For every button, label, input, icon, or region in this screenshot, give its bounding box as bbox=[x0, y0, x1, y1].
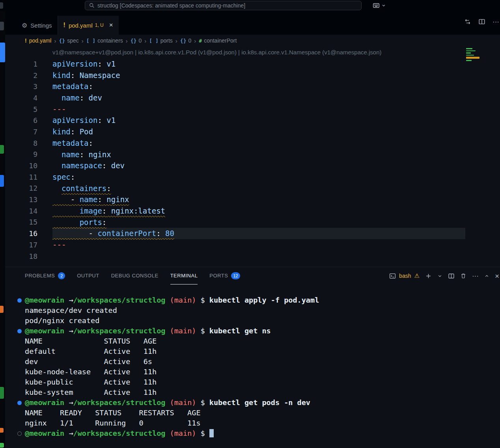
codespaces-menu[interactable] bbox=[373, 1, 386, 10]
tab-settings[interactable]: ⚙ Settings bbox=[16, 16, 58, 35]
code-line-12[interactable]: 12 containers: bbox=[5, 183, 465, 194]
minimap-line bbox=[466, 52, 471, 54]
code-line-15[interactable]: 15 ports: bbox=[5, 217, 465, 228]
sidebar-fragment bbox=[0, 43, 5, 62]
terminal-dropdown-icon[interactable] bbox=[437, 273, 442, 279]
line-number: 9 bbox=[5, 150, 37, 158]
line-text: image: nginx:latest bbox=[52, 205, 465, 217]
search-text: structlog [Codespaces: animated space co… bbox=[97, 2, 245, 9]
close-panel-icon[interactable]: × bbox=[495, 272, 499, 280]
sidebar-fragment bbox=[0, 443, 4, 448]
line-number: 12 bbox=[5, 184, 37, 192]
panel-tab-terminal[interactable]: TERMINAL bbox=[170, 267, 198, 284]
breadcrumb-item-spec[interactable]: {}spec bbox=[59, 37, 78, 44]
more-actions-icon[interactable]: ··· bbox=[493, 19, 499, 25]
terminal-tab-label[interactable]: bash bbox=[399, 273, 411, 279]
kill-terminal-icon[interactable] bbox=[460, 273, 466, 279]
panel-tab-label: TERMINAL bbox=[170, 273, 198, 279]
object-symbol-icon: {} bbox=[59, 38, 65, 44]
code-line-13[interactable]: 13 - name: nginx bbox=[5, 194, 465, 205]
new-terminal-icon[interactable] bbox=[425, 273, 432, 279]
code-line-5[interactable]: 5--- bbox=[5, 104, 465, 115]
code-line-7[interactable]: 7kind: Pod bbox=[5, 126, 465, 138]
panel-tab-ports[interactable]: PORTS12 bbox=[209, 267, 240, 284]
breadcrumb-label: 0 bbox=[138, 37, 142, 44]
terminal-actions: bash ⚠ ··· bbox=[389, 272, 500, 280]
chevron-down-icon bbox=[381, 3, 386, 8]
minimap[interactable] bbox=[466, 48, 482, 62]
line-number: 14 bbox=[5, 207, 37, 215]
editor[interactable]: v1@namespace+v1@pod.json | io.k8s.api.co… bbox=[5, 46, 500, 262]
chevron-right-icon: › bbox=[54, 37, 56, 44]
split-terminal-icon[interactable] bbox=[448, 273, 455, 279]
command-center-search[interactable]: structlog [Codespaces: animated space co… bbox=[85, 1, 362, 10]
code-line-3[interactable]: 3metadata: bbox=[5, 81, 465, 92]
terminal-row-7: dev Active 6s bbox=[5, 357, 500, 367]
minimap-line bbox=[466, 60, 472, 61]
breadcrumb-label: spec bbox=[67, 37, 79, 44]
breadcrumb-item-containerPort[interactable]: #containerPort bbox=[199, 37, 237, 44]
code-lines: 1apiVersion: v12kind: Namespace3metadata… bbox=[5, 58, 465, 262]
breadcrumb-item-ports[interactable]: [ ]ports bbox=[149, 37, 173, 44]
tab-pod-yaml[interactable]: ! pod.yaml 1, U × bbox=[58, 16, 119, 35]
minimap-line bbox=[466, 50, 476, 52]
code-line-10[interactable]: 10 namespace: dev bbox=[5, 160, 465, 171]
code-line-4[interactable]: 4 name: dev bbox=[5, 92, 465, 104]
panel-tab-debug-console[interactable]: DEBUG CONSOLE bbox=[111, 267, 159, 284]
maximize-panel-icon[interactable] bbox=[484, 273, 489, 279]
line-number: 1 bbox=[5, 60, 37, 68]
sidebar-fragment bbox=[0, 145, 4, 154]
line-text: spec: bbox=[52, 171, 465, 183]
panel-header: PROBLEMS2OUTPUTDEBUG CONSOLETERMINALPORT… bbox=[5, 267, 500, 284]
line-text: ports: bbox=[52, 217, 465, 228]
line-number: 5 bbox=[5, 105, 37, 113]
command-decoration-filled[interactable] bbox=[17, 329, 22, 333]
code-line-8[interactable]: 8metadata: bbox=[5, 138, 465, 149]
code-line-1[interactable]: 1apiVersion: v1 bbox=[5, 58, 465, 70]
code-line-2[interactable]: 2kind: Namespace bbox=[5, 70, 465, 81]
command-decoration-filled[interactable] bbox=[17, 401, 22, 405]
terminal-row-2: namespace/dev created bbox=[5, 305, 500, 316]
panel-tabs: PROBLEMS2OUTPUTDEBUG CONSOLETERMINALPORT… bbox=[5, 267, 240, 284]
code-line-11[interactable]: 11spec: bbox=[5, 171, 465, 183]
menu-fragment bbox=[0, 2, 3, 9]
terminal-row-4: @meowrain →/workspaces/structlog (main) … bbox=[5, 326, 500, 336]
sidebar-fragment bbox=[0, 175, 4, 187]
panel-tab-output[interactable]: OUTPUT bbox=[77, 267, 99, 284]
array-symbol-icon: [ ] bbox=[86, 38, 95, 44]
sidebar-fragment bbox=[0, 428, 4, 433]
chevron-right-icon: › bbox=[144, 37, 146, 44]
line-text: apiVersion: v1 bbox=[52, 58, 465, 70]
terminal-row-13: nginx 1/1 Running 0 11s bbox=[5, 418, 500, 428]
breadcrumb-item-0[interactable]: {}0 bbox=[180, 37, 191, 44]
code-line-9[interactable]: 9 name: nginx bbox=[5, 149, 465, 160]
code-line-18[interactable]: 18 bbox=[5, 251, 465, 262]
line-text: name: dev bbox=[52, 92, 465, 104]
line-number: 10 bbox=[5, 162, 37, 170]
command-decoration-hollow[interactable] bbox=[17, 431, 22, 436]
code-line-17[interactable]: 17--- bbox=[5, 239, 465, 251]
open-changes-icon[interactable] bbox=[464, 18, 471, 25]
number-symbol-icon: # bbox=[199, 38, 202, 44]
object-symbol-icon: {} bbox=[180, 38, 187, 44]
line-number: 15 bbox=[5, 218, 37, 226]
more-actions-icon[interactable]: ··· bbox=[472, 273, 479, 279]
terminal-row-5: NAME STATUS AGE bbox=[5, 336, 500, 346]
breadcrumb-label: containerPort bbox=[204, 37, 237, 44]
count-badge: 2 bbox=[58, 272, 65, 279]
split-editor-icon[interactable] bbox=[478, 18, 485, 25]
code-line-6[interactable]: 6apiVersion: v1 bbox=[5, 115, 465, 126]
panel-tab-label: OUTPUT bbox=[77, 273, 99, 279]
command-decoration-filled[interactable] bbox=[17, 298, 22, 303]
close-icon[interactable]: × bbox=[109, 21, 113, 29]
breadcrumb-item-containers[interactable]: [ ]containers bbox=[86, 37, 123, 44]
terminal-warning-icon: ⚠ bbox=[414, 272, 419, 279]
chevron-right-icon: › bbox=[82, 37, 84, 44]
code-line-14[interactable]: 14 image: nginx:latest bbox=[5, 205, 465, 217]
breadcrumb-item-file[interactable]: pod.yaml bbox=[29, 37, 52, 44]
terminal[interactable]: @meowrain →/workspaces/structlog (main) … bbox=[5, 284, 500, 439]
panel-tab-problems[interactable]: PROBLEMS2 bbox=[25, 267, 65, 284]
code-line-16[interactable]: 16 - containerPort: 80 bbox=[5, 228, 465, 239]
breadcrumb: ! pod.yaml ›{}spec›[ ]containers›{}0›[ ]… bbox=[5, 35, 500, 46]
breadcrumb-item-0[interactable]: {}0 bbox=[131, 37, 142, 44]
